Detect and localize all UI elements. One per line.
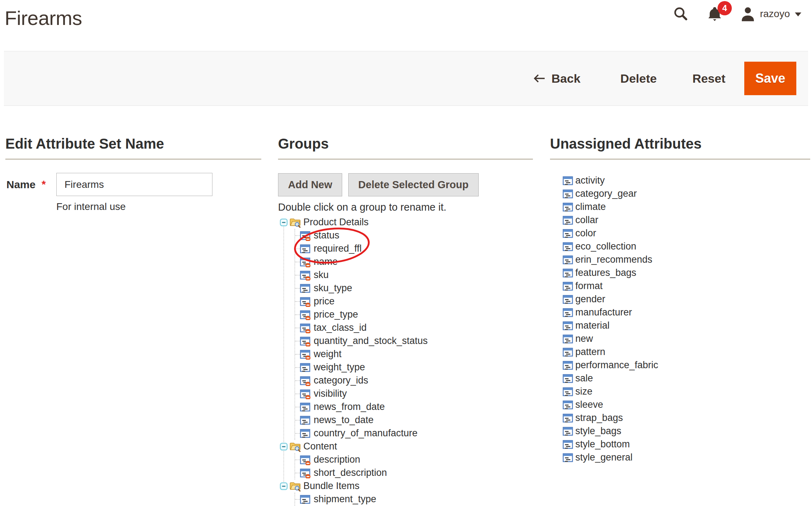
unassigned-attribute-item[interactable]: style_bottom: [550, 438, 810, 451]
unassigned-attribute-item[interactable]: activity: [550, 174, 810, 187]
group-children: shipment_type: [294, 493, 533, 506]
attribute-node[interactable]: name: [295, 255, 533, 268]
groups-button-row: Add New Delete Selected Group: [278, 173, 533, 196]
page-title: Firearms: [5, 6, 82, 30]
unassigned-attribute-item[interactable]: color: [550, 227, 810, 240]
form-minus-badge-icon: [300, 309, 310, 320]
group-node[interactable]: Content: [278, 440, 533, 453]
attribute-label: required_ffl: [314, 243, 362, 254]
add-new-group-button[interactable]: Add New: [278, 173, 342, 196]
attribute-node[interactable]: category_ids: [295, 374, 533, 387]
form-minus-badge-icon: [300, 323, 310, 333]
delete-button[interactable]: Delete: [618, 71, 659, 86]
group-label: Content: [303, 441, 337, 452]
attribute-node[interactable]: description: [295, 453, 533, 466]
attribute-label: tax_class_id: [314, 322, 367, 333]
attribute-label: name: [314, 256, 338, 267]
form-minus-badge-icon: [300, 375, 310, 386]
save-button[interactable]: Save: [744, 62, 796, 95]
group-label: Bundle Items: [303, 480, 360, 492]
attribute-node[interactable]: quantity_and_stock_status: [295, 334, 533, 348]
form-icon: [300, 283, 310, 294]
form-icon: [562, 241, 573, 252]
form-icon: [562, 452, 573, 463]
attribute-node[interactable]: sku: [295, 268, 533, 282]
attribute-label: features_bags: [575, 267, 636, 278]
form-minus-badge-icon: [300, 257, 310, 267]
attribute-label: collar: [575, 215, 598, 226]
attribute-node[interactable]: status: [295, 229, 533, 242]
form-minus-badge-icon: [300, 336, 310, 346]
unassigned-attribute-item[interactable]: material: [550, 319, 810, 332]
unassigned-attribute-item[interactable]: eco_collection: [550, 240, 810, 253]
page-action-bar: Back Delete Reset Save: [4, 51, 808, 106]
form-icon: [562, 281, 573, 292]
group-node[interactable]: Product Details: [278, 216, 533, 229]
unassigned-attribute-item[interactable]: erin_recommends: [550, 253, 810, 266]
account-menu[interactable]: razoyo: [741, 6, 801, 21]
back-button[interactable]: Back: [531, 71, 582, 86]
attribute-label: color: [575, 228, 596, 239]
attribute-node[interactable]: weight_type: [295, 361, 533, 374]
attribute-label: erin_recommends: [575, 254, 652, 265]
unassigned-attribute-item[interactable]: category_gear: [550, 187, 810, 200]
delete-selected-group-button[interactable]: Delete Selected Group: [348, 173, 478, 196]
form-minus-badge-icon: [300, 468, 310, 478]
form-icon: [562, 228, 573, 239]
unassigned-attribute-item[interactable]: new: [550, 332, 810, 345]
section-divider: [550, 159, 810, 160]
attribute-label: sku_type: [314, 283, 352, 294]
unassigned-attribute-item[interactable]: performance_fabric: [550, 359, 810, 372]
name-label: Name *: [5, 179, 56, 191]
attribute-node[interactable]: sku_type: [295, 282, 533, 295]
unassigned-attribute-item[interactable]: format: [550, 279, 810, 293]
form-icon: [562, 215, 573, 226]
attribute-node[interactable]: weight: [295, 348, 533, 361]
attribute-label: description: [314, 454, 360, 465]
attribute-node[interactable]: country_of_manufacture: [295, 427, 533, 440]
unassigned-attribute-item[interactable]: manufacturer: [550, 306, 810, 319]
attribute-node[interactable]: required_ffl: [295, 242, 533, 255]
notifications-button[interactable]: 4: [706, 6, 723, 22]
attribute-node[interactable]: shipment_type: [295, 493, 533, 506]
form-icon: [562, 413, 573, 423]
search-icon[interactable]: [673, 6, 689, 22]
unassigned-attribute-item[interactable]: sleeve: [550, 398, 810, 411]
attribute-node[interactable]: visibility: [295, 387, 533, 400]
attribute-node[interactable]: news_to_date: [295, 413, 533, 427]
unassigned-attribute-item[interactable]: style_general: [550, 451, 810, 464]
form-icon: [300, 362, 310, 373]
unassigned-attribute-item[interactable]: strap_bags: [550, 411, 810, 425]
groups-hint-text: Double click on a group to rename it.: [278, 201, 533, 214]
unassigned-attribute-item[interactable]: collar: [550, 214, 810, 227]
attribute-node[interactable]: tax_class_id: [295, 321, 533, 334]
reset-button[interactable]: Reset: [690, 71, 728, 86]
name-field-note: For internal use: [56, 201, 261, 212]
unassigned-attribute-item[interactable]: size: [550, 385, 810, 398]
attribute-label: short_description: [314, 467, 387, 478]
attribute-set-name-input[interactable]: [56, 173, 212, 196]
unassigned-attribute-item[interactable]: style_bags: [550, 425, 810, 438]
form-icon: [562, 294, 573, 305]
attribute-label: status: [314, 230, 339, 241]
minus-box-icon[interactable]: [280, 218, 288, 226]
unassigned-attribute-item[interactable]: pattern: [550, 345, 810, 359]
attribute-label: size: [575, 386, 592, 397]
group-children: statusrequired_fflnameskusku_typepricepr…: [294, 229, 533, 440]
attribute-node[interactable]: short_description: [295, 466, 533, 479]
attribute-node[interactable]: news_from_date: [295, 400, 533, 413]
unassigned-attribute-item[interactable]: gender: [550, 293, 810, 306]
unassigned-attribute-item[interactable]: features_bags: [550, 266, 810, 279]
attribute-label: format: [575, 281, 603, 292]
unassigned-attribute-item[interactable]: sale: [550, 372, 810, 385]
unassigned-attribute-item[interactable]: climate: [550, 200, 810, 214]
form-icon: [562, 347, 573, 358]
edit-attribute-set-heading: Edit Attribute Set Name: [5, 135, 261, 152]
minus-box-icon[interactable]: [280, 482, 288, 490]
attribute-node[interactable]: price_type: [295, 308, 533, 321]
group-node[interactable]: Bundle Items: [278, 479, 533, 493]
form-icon: [562, 400, 573, 410]
attribute-node[interactable]: price: [295, 295, 533, 308]
attribute-label: sku: [314, 269, 329, 281]
minus-box-icon[interactable]: [280, 443, 288, 451]
